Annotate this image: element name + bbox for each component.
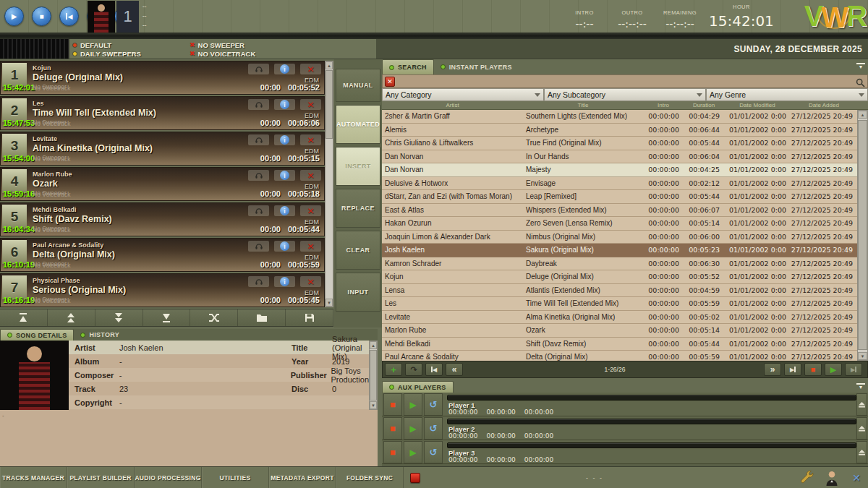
audio-processing-button[interactable]: AUDIO PROCESSING	[135, 467, 202, 488]
playlist-item[interactable]: 215:47:53LesTime Will Tell (Extended Mix…	[0, 96, 325, 130]
search-tab-search[interactable]: SEARCH	[382, 59, 434, 74]
preview-headphones-button[interactable]	[248, 99, 269, 110]
table-row[interactable]: KojunDeluge (Original Mix)00:00:0000:05:…	[382, 270, 868, 284]
move-down-button[interactable]	[95, 309, 143, 326]
search-tab-instant-players[interactable]: INSTANT PLAYERS	[434, 59, 519, 74]
playlist-builder-button[interactable]: PLAYLIST BUILDER	[67, 467, 135, 488]
table-row[interactable]: East & AtlasWhispers (Extended Mix)00:00…	[382, 204, 868, 218]
playlist-item[interactable]: 716:16:19Physical PhaseSerious (Original…	[0, 273, 325, 307]
move-bottom-button[interactable]	[143, 309, 191, 326]
settings-wrench-icon[interactable]	[800, 470, 814, 486]
tracks-manager-button[interactable]: TRACKS MANAGER	[0, 467, 67, 488]
preview-headphones-button[interactable]	[248, 276, 269, 287]
search-icon[interactable]	[856, 77, 865, 87]
remove-track-button[interactable]: ✕	[300, 134, 321, 145]
sweeper-option[interactable]: DEFAULT	[72, 41, 141, 48]
aux-play-button[interactable]: ▶	[404, 441, 422, 463]
aux-stop-button[interactable]: ■	[383, 441, 402, 463]
aux-play-button[interactable]: ▶	[404, 393, 422, 416]
track-info-button[interactable]: i	[274, 205, 295, 216]
scroll-down-icon[interactable]: ▼	[858, 352, 867, 360]
aux-progress-bar[interactable]	[447, 419, 856, 424]
folder-sync-button[interactable]: FOLDER SYNC	[336, 467, 404, 488]
transport-stop-button[interactable]: ■	[32, 7, 51, 26]
clear-search-button[interactable]: ✕	[385, 77, 395, 87]
collapse-panel-button[interactable]: ▼	[856, 63, 865, 70]
shuffle-button[interactable]	[190, 309, 238, 326]
column-header-duration[interactable]: Duration	[684, 101, 724, 109]
remove-track-button[interactable]: ✕	[300, 170, 321, 181]
user-avatar-icon[interactable]	[825, 470, 839, 486]
preview-headphones-button[interactable]	[248, 134, 269, 145]
results-scrollbar[interactable]: ▲ ▼	[857, 110, 868, 361]
aux-tab-aux-players[interactable]: AUX PLAYERS	[382, 381, 454, 393]
preview-headphones-button[interactable]	[248, 205, 269, 216]
remove-track-button[interactable]: ✕	[300, 241, 321, 252]
previous-button[interactable]: «	[446, 363, 463, 376]
aux-loop-button[interactable]: ↺	[424, 393, 443, 416]
table-row[interactable]: Dan NorvanMajesty00:00:0000:04:2501/01/2…	[382, 163, 868, 177]
mode-automated-button[interactable]: AUTOMATED	[336, 105, 380, 144]
playlist-item[interactable]: 315:54:00LevitateAlma Kinetika (Original…	[0, 132, 325, 166]
track-info-button[interactable]: i	[274, 64, 295, 74]
table-row[interactable]: dStarr, Zan and Ezi (with Tomas Moran)Le…	[382, 190, 868, 204]
column-header-title[interactable]: Title	[523, 101, 643, 109]
stop-all-button[interactable]	[410, 473, 420, 483]
track-info-button[interactable]: i	[274, 241, 295, 252]
details-scrollbar[interactable]: ▲ ▼	[369, 341, 378, 410]
remove-track-button[interactable]: ✕	[300, 64, 321, 74]
table-row[interactable]: Chris Giuliano & LiftwalkersTrue Find (O…	[382, 137, 868, 150]
table-row[interactable]: AlemisArchetype00:00:0000:06:4401/01/200…	[382, 124, 868, 137]
aux-eject-button[interactable]	[856, 441, 867, 463]
close-icon[interactable]: ✕	[849, 470, 864, 486]
scrollbar-thumb[interactable]	[858, 120, 867, 350]
filter-dropdown-any-genre[interactable]: Any Genre	[706, 88, 868, 101]
playlist-item[interactable]: 516:04:34Mehdi BelkadiShift (Davz Remix)…	[0, 202, 325, 236]
scrollbar-thumb[interactable]	[370, 350, 377, 401]
scroll-up-icon[interactable]: ▲	[326, 61, 333, 69]
next-button[interactable]: »	[764, 363, 781, 376]
aux-progress-bar[interactable]	[447, 395, 856, 401]
aux-loop-button[interactable]: ↺	[424, 417, 443, 440]
aux-progress-bar[interactable]	[447, 442, 856, 448]
scroll-up-icon[interactable]: ▲	[858, 111, 867, 119]
table-row[interactable]: Marlon RubeOzark00:00:0000:05:1401/01/20…	[382, 324, 868, 338]
aux-loop-button[interactable]: ↺	[424, 441, 443, 463]
table-row[interactable]: Delusive & HotworxEnvisage00:00:0000:02:…	[382, 177, 868, 191]
aux-play-button[interactable]: ▶	[404, 417, 422, 440]
play-button[interactable]: ▶	[825, 363, 842, 376]
transport-play-button[interactable]: ▶	[4, 7, 24, 26]
column-header-date-added[interactable]: Date Added	[791, 101, 857, 109]
playlist-scrollbar[interactable]: ▲ ▼	[325, 61, 333, 307]
preview-headphones-button[interactable]	[248, 241, 269, 252]
table-row[interactable]: 2sher & Martin GraffSouthern Lights (Ext…	[382, 110, 868, 124]
track-info-button[interactable]: i	[274, 170, 295, 181]
column-header-date-modified[interactable]: Date Modified	[724, 101, 791, 109]
table-row[interactable]: LevitateAlma Kinetika (Original Mix)00:0…	[382, 311, 868, 325]
move-up-button[interactable]	[48, 309, 95, 326]
auto-sort-button[interactable]: ↷	[405, 363, 422, 376]
search-input[interactable]: ✕	[382, 74, 868, 88]
table-row[interactable]: Paul Arcane & SodalityDelta (Original Mi…	[382, 351, 868, 361]
column-header-artist[interactable]: Artist	[382, 101, 523, 109]
remove-track-button[interactable]: ✕	[300, 99, 321, 110]
transport-previous-button[interactable]: ◀	[59, 7, 79, 26]
scroll-up-icon[interactable]: ▲	[370, 341, 377, 349]
playlist-item[interactable]: 616:10:19Paul Arcane & SodalityDelta (Or…	[0, 238, 325, 272]
scroll-down-icon[interactable]: ▼	[326, 299, 333, 307]
aux-stop-button[interactable]: ■	[383, 393, 402, 416]
stop-button[interactable]: ■	[804, 363, 822, 376]
track-info-button[interactable]: i	[274, 99, 295, 110]
remove-track-button[interactable]: ✕	[300, 276, 321, 287]
table-row[interactable]: Josh KaelenSakura (Original Mix)00:00:00…	[382, 244, 868, 257]
scrollbar-thumb[interactable]	[326, 70, 333, 139]
table-row[interactable]: Kamron SchraderDaybreak00:00:0000:06:300…	[382, 257, 868, 271]
mode-manual-button[interactable]: MANUAL	[336, 69, 380, 102]
scroll-down-icon[interactable]: ▼	[370, 401, 377, 409]
column-header-intro[interactable]: Intro	[643, 101, 684, 109]
first-button[interactable]: ◀	[425, 363, 443, 376]
preview-headphones-button[interactable]	[248, 170, 269, 181]
save-button[interactable]	[286, 309, 333, 326]
mode-input-button[interactable]: INPUT	[336, 273, 380, 312]
table-row[interactable]: LensaAtlantis (Extended Mix)00:00:0000:0…	[382, 284, 868, 298]
